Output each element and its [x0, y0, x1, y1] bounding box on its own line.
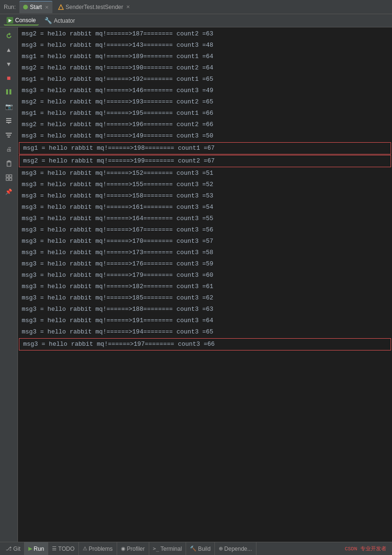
- svg-rect-15: [6, 178, 9, 180]
- svg-rect-8: [7, 135, 11, 136]
- line-text: msg3 = hello rabbit mq!======>167=======…: [22, 225, 213, 235]
- status-depend[interactable]: ⊕ Depende...: [215, 542, 256, 555]
- resume-btn[interactable]: [2, 86, 16, 99]
- actuator-icon: 🔧: [44, 17, 52, 24]
- build-label: Build: [198, 546, 211, 552]
- svg-rect-10: [7, 162, 11, 166]
- status-problems[interactable]: ⚠ Problems: [79, 542, 117, 555]
- line-text: msg2 = hello rabbit mq!======>187=======…: [22, 29, 213, 39]
- line-text: msg3 = hello rabbit mq!======>155=======…: [22, 179, 213, 190]
- console-line: msg3 = hello rabbit mq!======>182=======…: [18, 281, 392, 292]
- console-line: msg3 = hello rabbit mq!======>158=======…: [18, 190, 392, 202]
- status-run[interactable]: ▶ Run: [25, 542, 48, 555]
- line-text: msg1 = hello rabbit mq!======>195=======…: [22, 108, 213, 119]
- svg-rect-12: [8, 161, 10, 162]
- console-line: msg3 = hello rabbit mq!======>167=======…: [18, 224, 392, 236]
- depend-icon: ⊕: [219, 546, 223, 552]
- print-icon: 🖨: [6, 146, 12, 153]
- actuator-label: Actuator: [54, 17, 75, 24]
- stop-icon: ■: [7, 75, 10, 82]
- sender-tab-close[interactable]: ✕: [126, 4, 130, 9]
- scroll-down-btn[interactable]: ▼: [2, 58, 16, 71]
- line-text: msg3 = hello rabbit mq!======>182=======…: [22, 282, 213, 292]
- line-text: msg3 = hello rabbit mq!======>185=======…: [22, 293, 213, 303]
- line-text: msg3 = hello rabbit mq!======>143=======…: [22, 40, 213, 51]
- up-arrow-icon: ▲: [7, 47, 11, 54]
- console-line: msg3 = hello rabbit mq!======>161=======…: [18, 202, 392, 213]
- line-text: msg3 = hello rabbit mq!======>161=======…: [22, 202, 213, 213]
- actuator-tool-btn[interactable]: 🔧 Actuator: [42, 16, 78, 25]
- line-text: msg3 = hello rabbit mq!======>149=======…: [22, 131, 213, 141]
- down-arrow-icon: ▼: [7, 61, 11, 68]
- status-git[interactable]: ⎇ Git: [2, 542, 25, 555]
- profiler-icon: ◉: [121, 546, 126, 552]
- scroll-up-btn[interactable]: ▲: [2, 43, 16, 57]
- terminal-icon: >_: [153, 546, 159, 552]
- line-text: msg2 = hello rabbit mq!======>190=======…: [22, 63, 213, 73]
- start-tab-label: Start: [30, 4, 42, 10]
- line-text: msg2 = hello rabbit mq!======>196=======…: [22, 120, 213, 130]
- console-line: msg1 = hello rabbit mq!======>195=======…: [18, 108, 392, 119]
- filter-icon: [5, 132, 12, 139]
- todo-icon: ☰: [52, 546, 57, 552]
- status-bar: ⎇ Git ▶ Run ☰ TODO ⚠ Problems ◉ Profiler…: [0, 542, 392, 555]
- svg-rect-16: [9, 178, 12, 180]
- brand-label: CSDN 专业开发者: [345, 545, 390, 552]
- start-tab-close[interactable]: ✕: [45, 5, 49, 10]
- stop-btn[interactable]: ■: [2, 72, 16, 85]
- depend-label: Depende...: [224, 546, 252, 552]
- console-output[interactable]: msg2 = hello rabbit mq!======>187=======…: [18, 27, 392, 542]
- delete-btn[interactable]: [2, 157, 16, 170]
- svg-rect-1: [6, 89, 8, 94]
- console-line: msg3 = hello rabbit mq!======>155=======…: [18, 179, 392, 190]
- pin-btn[interactable]: 📌: [2, 185, 16, 198]
- camera-btn[interactable]: 📷: [2, 100, 16, 113]
- run-status-label: Run: [34, 546, 44, 552]
- tool-panel: ▶ Console 🔧 Actuator: [0, 14, 392, 27]
- console-line: msg1 = hello rabbit mq!======>192=======…: [18, 74, 392, 85]
- svg-marker-6: [7, 122, 10, 124]
- sender-tab-label: SenderTest.testSender: [66, 4, 123, 10]
- status-todo[interactable]: ☰ TODO: [48, 542, 78, 555]
- console-line: msg2 = hello rabbit mq!======>190=======…: [18, 62, 392, 74]
- svg-marker-0: [59, 5, 63, 9]
- grid-btn[interactable]: [2, 171, 16, 184]
- tab-bar: Run: Start ✕ SenderTest.testSender ✕: [0, 0, 392, 14]
- tab-start[interactable]: Start ✕: [19, 1, 52, 13]
- console-tool-btn[interactable]: ▶ Console: [4, 16, 39, 26]
- console-line: msg3 = hello rabbit mq!======>176=======…: [18, 258, 392, 270]
- main-area: ▲ ▼ ■ 📷: [0, 27, 392, 542]
- line-text: msg3 = hello rabbit mq!======>164=======…: [22, 213, 213, 224]
- tab-sender[interactable]: SenderTest.testSender ✕: [54, 1, 134, 13]
- line-text: msg2 = hello rabbit mq!======>199=======…: [23, 156, 215, 166]
- console-line: msg1 = hello rabbit mq!======>189=======…: [18, 51, 392, 62]
- svg-rect-4: [6, 120, 11, 121]
- console-line: msg3 = hello rabbit mq!======>149=======…: [18, 130, 392, 142]
- status-build[interactable]: 🔨 Build: [186, 542, 215, 555]
- git-label: Git: [13, 546, 20, 552]
- pin-icon: 📌: [5, 188, 12, 196]
- trash-icon: [6, 160, 12, 167]
- console-line: msg3 = hello rabbit mq!======>179=======…: [18, 270, 392, 281]
- console-line: msg2 = hello rabbit mq!======>196=======…: [18, 119, 392, 130]
- console-line: msg3 = hello rabbit mq!======>197=======…: [19, 338, 391, 350]
- scroll-lock-btn[interactable]: [2, 114, 16, 128]
- filter-btn[interactable]: [2, 128, 16, 142]
- line-text: msg3 = hello rabbit mq!======>152=======…: [22, 168, 213, 179]
- build-icon: 🔨: [190, 546, 196, 552]
- restart-btn[interactable]: [2, 29, 16, 43]
- terminal-label: Terminal: [161, 546, 182, 552]
- print-btn[interactable]: 🖨: [2, 143, 16, 156]
- start-tab-icon: [23, 5, 28, 9]
- status-profiler[interactable]: ◉ Profiler: [117, 542, 149, 555]
- git-icon: ⎇: [6, 546, 12, 552]
- grid-icon: [6, 174, 12, 181]
- status-terminal[interactable]: >_ Terminal: [149, 542, 187, 555]
- svg-rect-3: [6, 118, 11, 119]
- problems-label: Problems: [89, 546, 113, 552]
- line-text: msg3 = hello rabbit mq!======>176=======…: [22, 259, 213, 269]
- svg-rect-7: [6, 133, 12, 134]
- line-text: msg3 = hello rabbit mq!======>191=======…: [22, 316, 213, 326]
- line-text: msg3 = hello rabbit mq!======>146=======…: [22, 85, 213, 96]
- console-line: msg3 = hello rabbit mq!======>173=======…: [18, 247, 392, 258]
